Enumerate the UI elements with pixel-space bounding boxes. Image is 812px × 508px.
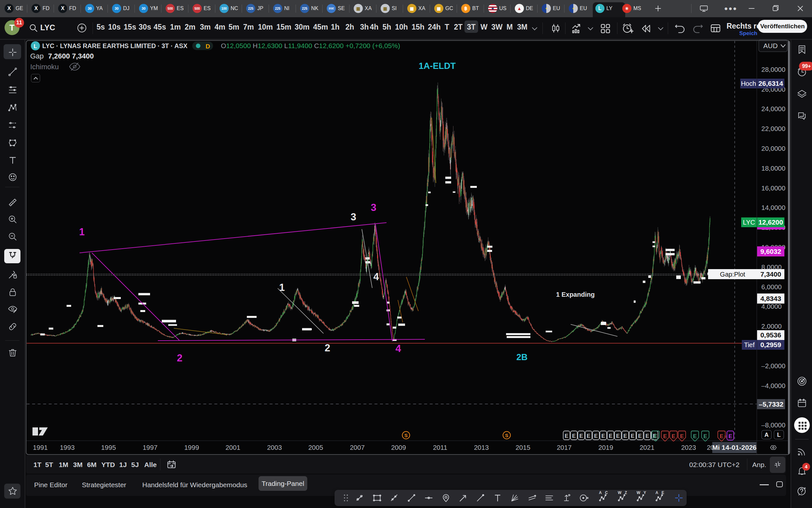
svg-text:E: E — [728, 433, 732, 439]
svg-text:E: E — [579, 433, 583, 439]
svg-text:E: E — [663, 433, 667, 439]
svg-text:E: E — [594, 433, 598, 439]
svg-text:E: E — [646, 433, 649, 439]
svg-text:2007: 2007 — [350, 443, 365, 451]
svg-text:E: E — [631, 433, 634, 439]
svg-text:–4,0000: –4,0000 — [761, 382, 785, 389]
svg-text:4: 4 — [373, 271, 379, 283]
svg-text:22,0000: 22,0000 — [761, 125, 785, 132]
svg-text:7,3400: 7,3400 — [760, 270, 781, 278]
svg-text:2005: 2005 — [308, 443, 323, 451]
svg-text:1999: 1999 — [184, 443, 199, 451]
svg-text:S: S — [505, 433, 508, 438]
svg-text:E: E — [672, 433, 675, 439]
svg-text:AUD: AUD — [763, 42, 777, 49]
svg-text:6,0000: 6,0000 — [761, 283, 782, 291]
svg-text:4: 4 — [395, 343, 401, 354]
svg-text:O12,0500 H12,6300 L11,9400 C12: O12,0500 H12,6300 L11,9400 C12,6200 +0,7… — [221, 42, 400, 49]
svg-text:Gap:Plot: Gap:Plot — [720, 271, 746, 278]
svg-text:0,2959: 0,2959 — [760, 341, 781, 348]
svg-text:A: A — [765, 432, 769, 438]
svg-text:2: 2 — [325, 342, 330, 353]
svg-text:E: E — [616, 433, 620, 439]
svg-text:18,0000: 18,0000 — [761, 164, 785, 172]
svg-text:0,9536: 0,9536 — [760, 331, 781, 339]
svg-text:3: 3 — [371, 202, 376, 213]
svg-text:–8,0000: –8,0000 — [761, 421, 785, 429]
svg-text:≈: ≈ — [724, 433, 727, 439]
svg-text:1: 1 — [79, 226, 85, 238]
svg-text:1993: 1993 — [60, 443, 75, 451]
svg-text:Mi 14-01-2026: Mi 14-01-2026 — [712, 443, 757, 451]
svg-text:E: E — [609, 433, 612, 439]
svg-text:L: L — [34, 43, 37, 49]
svg-text:14,0000: 14,0000 — [761, 204, 785, 211]
svg-text:E: E — [704, 433, 707, 439]
svg-text:9,6032: 9,6032 — [760, 248, 781, 255]
svg-text:1995: 1995 — [101, 443, 116, 451]
svg-text:E: E — [565, 433, 568, 439]
svg-text:LYC: LYC — [743, 219, 755, 226]
svg-text:4,8343: 4,8343 — [760, 295, 781, 302]
svg-text:2023: 2023 — [681, 443, 696, 451]
svg-text:Tief: Tief — [744, 341, 755, 348]
svg-text:L: L — [777, 432, 781, 438]
svg-text:16,0000: 16,0000 — [761, 184, 785, 192]
svg-text:2011: 2011 — [433, 443, 447, 451]
svg-text:E: E — [638, 433, 642, 439]
svg-text:4,0000: 4,0000 — [761, 303, 782, 310]
svg-text:E: E — [720, 433, 723, 439]
svg-text:1: 1 — [279, 282, 285, 293]
svg-text:2003: 2003 — [267, 443, 282, 451]
svg-text:28,0000: 28,0000 — [761, 66, 785, 73]
svg-text:S: S — [404, 433, 408, 438]
svg-text:2009: 2009 — [391, 443, 406, 451]
svg-text:26,6314: 26,6314 — [758, 80, 783, 87]
svg-text:2001: 2001 — [226, 443, 240, 451]
svg-text:1997: 1997 — [143, 443, 157, 451]
svg-text:2B: 2B — [516, 352, 528, 362]
svg-text:2017: 2017 — [557, 443, 572, 451]
svg-text:E: E — [654, 433, 657, 439]
svg-text:1991: 1991 — [33, 443, 48, 451]
svg-text:Hoch: Hoch — [741, 80, 756, 87]
svg-text:2013: 2013 — [474, 443, 489, 451]
svg-text:2015: 2015 — [516, 443, 530, 451]
svg-text:E: E — [693, 433, 697, 439]
svg-text:E: E — [623, 433, 627, 439]
svg-text:–2,0000: –2,0000 — [761, 362, 785, 370]
svg-text:Gap: Gap — [30, 52, 44, 60]
svg-text:E: E — [602, 433, 605, 439]
svg-text:2021: 2021 — [639, 443, 655, 451]
svg-text:D: D — [205, 43, 210, 50]
svg-text:1A-ELDT: 1A-ELDT — [419, 61, 456, 71]
svg-text:LYC · LYNAS RARE EARTHS LIMITE: LYC · LYNAS RARE EARTHS LIMITED · 3T · A… — [42, 42, 187, 49]
svg-text:–5,7332: –5,7332 — [759, 400, 783, 408]
svg-text:Ichimoku: Ichimoku — [30, 63, 59, 71]
svg-text:2,0000: 2,0000 — [761, 323, 782, 330]
svg-text:12,6200: 12,6200 — [758, 218, 783, 226]
svg-text:24,0000: 24,0000 — [761, 105, 785, 113]
svg-text:3: 3 — [350, 211, 356, 223]
svg-text:1 Expanding: 1 Expanding — [556, 291, 595, 298]
svg-text:2019: 2019 — [598, 443, 613, 451]
svg-text:20,0000: 20,0000 — [761, 144, 785, 152]
svg-text:E: E — [572, 433, 576, 439]
svg-text:7,2600 7,3400: 7,2600 7,3400 — [48, 52, 94, 60]
svg-text:2: 2 — [177, 352, 182, 364]
svg-text:E: E — [680, 433, 684, 439]
svg-text:E: E — [586, 433, 590, 439]
